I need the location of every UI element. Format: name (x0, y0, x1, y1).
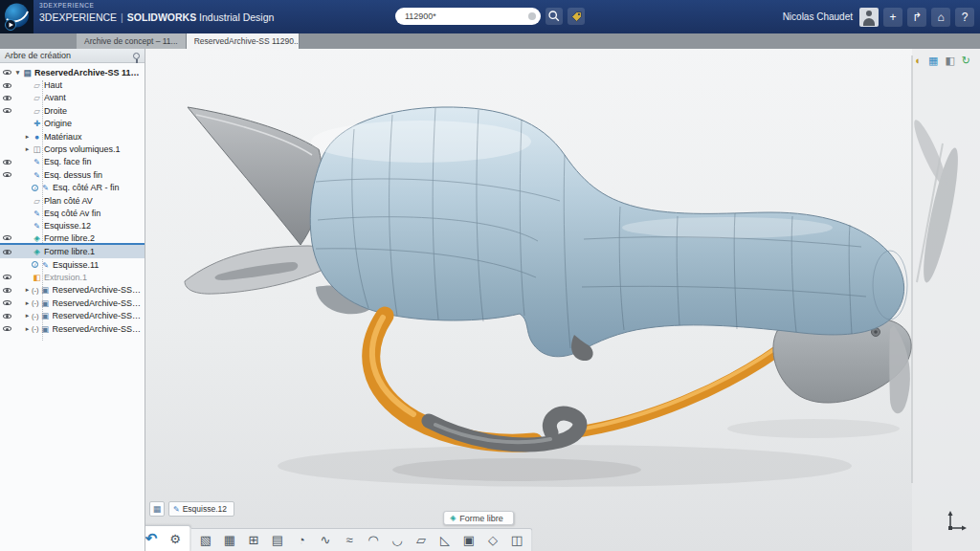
expander-icon[interactable]: ▸ (23, 312, 32, 320)
3ds-compass-logo[interactable] (0, 0, 33, 33)
visibility-eye-icon[interactable] (0, 275, 13, 279)
arc-upper-button[interactable]: ◠ (362, 529, 386, 551)
visibility-eye-icon[interactable] (0, 288, 13, 293)
section-view-icon[interactable]: ◧ (945, 55, 954, 66)
search-input[interactable]: 112900* (395, 8, 541, 25)
user-avatar[interactable] (859, 8, 879, 27)
mirror-button[interactable]: ◫ (505, 529, 529, 551)
component-icon (40, 311, 51, 320)
rear-handle-orange[interactable] (574, 339, 794, 432)
tree-item[interactable]: Droite (0, 104, 145, 117)
tree-item[interactable]: Esq. dessus fin (0, 168, 145, 181)
tree-item[interactable]: ▸Corps volumiques.1 (0, 143, 145, 155)
visibility-eye-icon[interactable] (0, 83, 13, 88)
visibility-eye-icon[interactable] (0, 160, 13, 165)
tree-item[interactable]: Avant (0, 92, 145, 104)
primitive-cylinder-button[interactable]: ▤ (266, 529, 290, 551)
mode-pill[interactable]: ◈ Forme libre (443, 511, 514, 525)
spline-button[interactable]: ≈ (338, 529, 362, 551)
tree-panel-header: Arbre de création (0, 49, 145, 63)
view-grid-icon[interactable]: ▦ (928, 55, 938, 66)
search-button[interactable] (546, 8, 563, 25)
tree-item[interactable]: Haut (0, 78, 145, 91)
tree-item-label: Origine (44, 119, 75, 128)
render-style-icon[interactable]: ◐ (915, 55, 922, 66)
curve-button[interactable]: ∿ (314, 529, 338, 551)
3d-model[interactable] (145, 49, 980, 551)
expander-icon[interactable]: ▸ (23, 145, 32, 153)
surface-sweep-button[interactable]: ▱ (410, 529, 434, 551)
assembly-icon (22, 68, 33, 77)
visibility-eye-icon[interactable] (0, 108, 13, 113)
tree-item[interactable]: Esquisse.12 (0, 220, 145, 232)
tree-item[interactable]: iEsquisse.11 (0, 258, 145, 271)
visibility-eye-icon[interactable] (0, 250, 13, 254)
clear-search-icon[interactable] (528, 12, 536, 20)
add-button[interactable]: + (883, 8, 902, 27)
freeform-icon: ◈ (450, 514, 456, 522)
tab-archive-concept[interactable]: Archive de concept – 11... (77, 33, 187, 49)
tree-item[interactable]: Origine (0, 118, 145, 130)
thicken-button[interactable]: ◇ (481, 529, 505, 551)
lower-jaw[interactable] (185, 246, 326, 294)
tree-item[interactable]: ▾ReservedArchive-SS 112900_De (0, 66, 145, 78)
sketch-icon: ✎ (173, 505, 180, 514)
feature-tree-panel: Arbre de création ▾ReservedArchive-SS 11… (0, 49, 145, 551)
viewport-3d[interactable]: ◐▦◧↻ ▦ ✎ Esquisse.12 ◈ Forme libre (145, 49, 980, 551)
tab-reserved-archive[interactable]: ReservedArchive-SS 11290... × (187, 33, 300, 49)
visibility-eye-icon[interactable] (0, 235, 13, 240)
sketch-icon (40, 183, 51, 192)
body-freeform[interactable] (310, 107, 907, 357)
user-area: Nicolas Chaudet +↱⌂? (783, 0, 974, 33)
tree-item[interactable]: Esq. face fin (0, 156, 145, 168)
visibility-eye-icon[interactable] (0, 96, 13, 100)
origin-icon (32, 119, 42, 128)
tree-item[interactable]: Forme libre.2 (0, 232, 145, 245)
expander-icon[interactable]: ▸ (23, 286, 32, 294)
tag-button[interactable] (568, 8, 585, 25)
tree-item[interactable]: ▸(-)ReservedArchive-SS 1125 (0, 284, 145, 297)
pin-panel-icon[interactable] (133, 53, 140, 59)
expander-icon[interactable]: ▸ (23, 325, 32, 333)
sketch-chip[interactable]: ✎ Esquisse.12 (168, 501, 234, 517)
tree-item[interactable]: Plan côté AV (0, 194, 145, 207)
visibility-eye-icon[interactable] (0, 300, 13, 305)
orientation-triad[interactable] (944, 507, 969, 536)
tree-item[interactable]: ▸(-)ReservedArchive-SS 1122 (0, 297, 145, 309)
home-button[interactable]: ⌂ (931, 8, 950, 27)
tree-item[interactable]: Forme libre.1 (0, 245, 145, 257)
search-bar: 112900* (395, 8, 585, 25)
help-button[interactable]: ? (955, 8, 974, 27)
tree-item[interactable]: iEsq. côté AR - fin (0, 182, 145, 194)
expander-icon[interactable]: ▾ (13, 69, 22, 77)
visibility-eye-icon[interactable] (0, 172, 13, 177)
tree-item[interactable]: ▸(-)ReservedArchive-SS 1011 (0, 322, 145, 335)
subdivision-box-button[interactable]: ▦ (218, 529, 242, 551)
tree-item[interactable]: Extrusion.1 (0, 271, 145, 283)
tree-item-label: Forme libre.1 (44, 247, 98, 256)
upper-blade[interactable] (188, 107, 323, 245)
tree-item-label: Forme libre.2 (44, 233, 98, 243)
visibility-eye-icon[interactable] (0, 70, 13, 75)
suppress-mark: (-) (32, 312, 39, 320)
primitive-box-button[interactable]: ▧ (194, 529, 218, 551)
expander-icon[interactable]: ▸ (23, 299, 32, 307)
user-name: Nicolas Chaudet (783, 11, 853, 22)
expander-icon[interactable]: ▸ (23, 133, 32, 141)
primitive-sphere-button[interactable]: ◔ (290, 529, 314, 551)
extrude-cage-button[interactable]: ⊞ (242, 529, 266, 551)
arc-lower-button[interactable]: ◡ (386, 529, 410, 551)
surface-trim-button[interactable]: ◺ (434, 529, 457, 551)
surface-knit-button[interactable]: ▣ (457, 529, 481, 551)
plane-icon (32, 93, 42, 102)
sketch-tool-button[interactable]: ▦ (149, 501, 165, 517)
tree-item[interactable]: ▸Matériaux (0, 130, 145, 143)
update-icon[interactable]: ↻ (962, 55, 970, 66)
tab-label: Archive de concept – 11... (84, 33, 178, 49)
tree-item[interactable]: Esq côté Av fin (0, 207, 145, 219)
visibility-eye-icon[interactable] (0, 326, 13, 331)
design-settings-button[interactable]: ⚙ (164, 526, 188, 551)
tree-item[interactable]: ▸(-)ReservedArchive-SS 1125 (0, 309, 145, 321)
visibility-eye-icon[interactable] (0, 314, 13, 319)
share-button[interactable]: ↱ (907, 8, 926, 27)
